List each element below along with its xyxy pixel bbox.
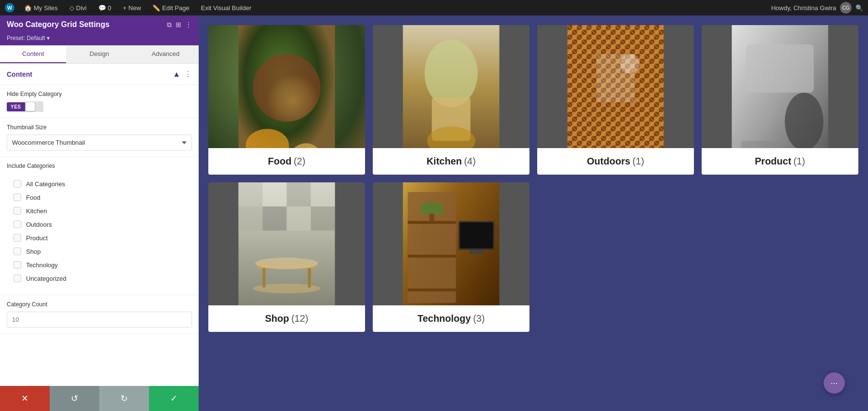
svg-rect-36 (408, 221, 456, 224)
checkbox-shop[interactable] (14, 247, 21, 255)
section-more-icon[interactable]: ⋮ (184, 69, 192, 79)
svg-rect-41 (470, 250, 484, 254)
main-content: Food (2) (199, 15, 868, 411)
svg-point-15 (621, 54, 640, 73)
grid-empty-3 (537, 182, 694, 332)
checkbox-food[interactable] (14, 193, 21, 201)
admin-bar-my-sites[interactable]: 🏠 My Sites (22, 4, 60, 12)
redo-icon: ↻ (121, 393, 128, 404)
grid-item-shop[interactable]: Shop (12) (208, 182, 365, 332)
admin-bar-divi[interactable]: ◇ Divi (68, 4, 89, 12)
tab-content[interactable]: Content (0, 45, 66, 63)
preset-row[interactable]: Preset: Default ▾ (0, 34, 199, 45)
wp-logo-icon[interactable]: W (5, 3, 14, 13)
checkbox-uncategorized[interactable] (14, 274, 21, 282)
category-label-shop: Shop (12) (208, 305, 365, 332)
svg-point-33 (256, 258, 318, 269)
list-item: Technology (14, 258, 185, 272)
grid-item-technology[interactable]: Technology (3) (373, 182, 529, 332)
toggle-knob (26, 102, 35, 111)
svg-rect-38 (408, 288, 456, 291)
section-title: Content (7, 70, 32, 78)
search-icon[interactable]: 🔍 (855, 4, 863, 12)
svg-rect-21 (239, 182, 263, 206)
svg-rect-32 (308, 268, 311, 288)
include-categories-field: Include Categories All Categories Food K… (0, 157, 199, 295)
toggle-slider[interactable] (25, 101, 43, 112)
thumbnail-size-select[interactable]: Woocommerce Thumbnail Full Large Medium … (7, 135, 192, 151)
divi-icon: ◇ (69, 4, 74, 12)
more-icon[interactable]: ⋮ (185, 21, 192, 28)
list-item: Kitchen (14, 204, 185, 218)
svg-rect-37 (408, 255, 456, 258)
category-label-technology: Technology (26, 261, 58, 269)
checkbox-all-categories[interactable] (14, 180, 21, 188)
svg-rect-28 (311, 206, 335, 231)
category-label-shop: Shop (26, 248, 41, 255)
category-label-kitchen: Kitchen (26, 207, 47, 215)
tab-advanced[interactable]: Advanced (133, 45, 199, 63)
checkbox-kitchen[interactable] (14, 207, 21, 215)
grid-item-kitchen[interactable]: Kitchen (4) (373, 25, 529, 175)
avatar[interactable]: CG (840, 2, 852, 14)
category-label-product: Product (26, 234, 48, 242)
checkmark-icon: ✓ (170, 393, 177, 404)
grid-empty-4 (702, 182, 858, 332)
category-label-kitchen: Kitchen (4) (373, 148, 529, 175)
admin-bar-new[interactable]: + New (121, 4, 143, 12)
svg-rect-24 (311, 182, 335, 206)
grid-item-food[interactable]: Food (2) (208, 25, 365, 175)
list-item: Shop (14, 245, 185, 258)
category-label-food: Food (2) (208, 148, 365, 175)
undo-button[interactable]: ↺ (50, 386, 99, 411)
tabs-bar: Content Design Advanced (0, 45, 199, 64)
checkbox-outdoors[interactable] (14, 220, 21, 228)
preset-label: Preset: Default (7, 35, 45, 41)
admin-bar: W 🏠 My Sites ◇ Divi 💬 0 + New ✏️ Edit Pa… (0, 0, 868, 15)
hide-empty-category-label: Hide Empty Category (7, 91, 192, 97)
svg-rect-40 (460, 222, 493, 248)
sidebar-content: Content ▲ ⋮ Hide Empty Category YES Thu (0, 64, 199, 386)
admin-bar-comments[interactable]: 💬 0 (96, 4, 113, 12)
hide-empty-category-field: Hide Empty Category YES (0, 85, 199, 118)
checkbox-product[interactable] (14, 234, 21, 242)
admin-bar-right: Howdy, Christina Gwira CG 🔍 (771, 2, 863, 14)
toggle-wrap[interactable]: YES (7, 101, 192, 112)
grid-icon[interactable]: ⊞ (176, 21, 181, 28)
svg-point-5 (425, 40, 478, 107)
dots-icon: ··· (830, 378, 838, 388)
category-label-outdoors: Outdoors (26, 221, 52, 228)
checkbox-technology[interactable] (14, 261, 21, 269)
sidebar-title: Woo Category Grid Settings (7, 20, 109, 29)
admin-bar-edit-page[interactable]: ✏️ Edit Page (150, 4, 191, 12)
copy-icon[interactable]: ⧉ (167, 21, 172, 29)
category-label-uncategorized: Uncategorized (26, 275, 67, 282)
svg-rect-27 (287, 206, 311, 231)
svg-rect-17 (746, 44, 814, 93)
floating-action-button[interactable]: ··· (824, 372, 845, 394)
category-label-all: All Categories (26, 180, 65, 188)
x-icon: ✕ (21, 393, 28, 404)
svg-rect-25 (239, 206, 263, 231)
grid-item-product[interactable]: Product (1) (702, 25, 858, 175)
tab-design[interactable]: Design (66, 45, 132, 63)
comments-icon: 💬 (98, 4, 106, 12)
collapse-icon[interactable]: ▲ (173, 70, 180, 79)
svg-rect-22 (263, 182, 287, 206)
admin-bar-exit-builder[interactable]: Exit Visual Builder (199, 4, 254, 12)
category-label-technology: Technology (3) (373, 305, 529, 332)
cancel-button[interactable]: ✕ (0, 386, 50, 411)
redo-button[interactable]: ↻ (99, 386, 149, 411)
save-button[interactable]: ✓ (149, 386, 199, 411)
svg-rect-23 (287, 182, 311, 206)
category-count-input[interactable] (7, 312, 192, 328)
category-count-field: Category Count (0, 295, 199, 334)
settings-sidebar: Woo Category Grid Settings ⧉ ⊞ ⋮ Preset:… (0, 15, 199, 411)
grid-item-outdoors[interactable]: Outdoors (1) (537, 25, 694, 175)
svg-rect-26 (263, 206, 287, 231)
list-item: Uncategorized (14, 272, 185, 285)
home-icon: 🏠 (24, 4, 32, 12)
svg-rect-43 (430, 214, 434, 221)
sidebar-actions: ✕ ↺ ↻ ✓ (0, 386, 199, 411)
section-header-content: Content ▲ ⋮ (0, 64, 199, 85)
